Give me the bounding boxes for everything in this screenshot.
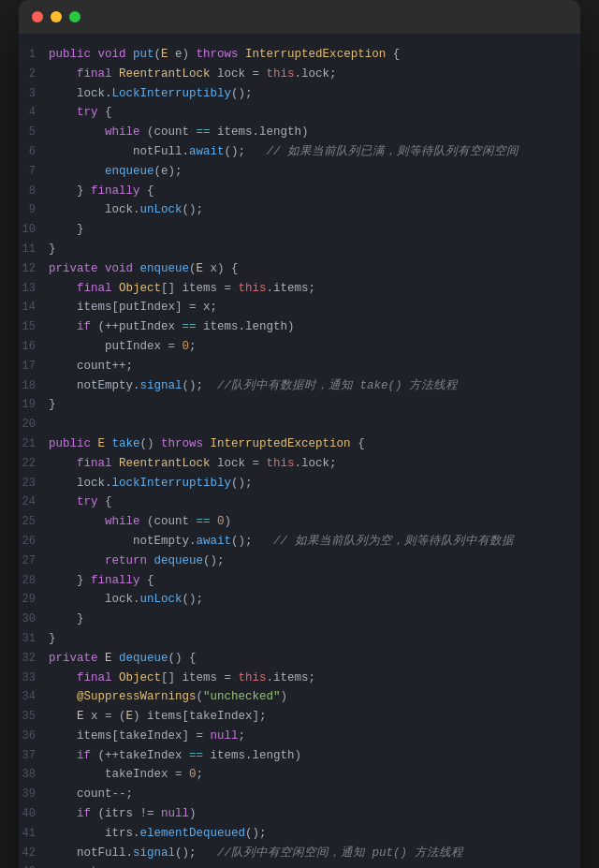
code-content: public void put(E e) throws InterruptedE… [49,45,571,65]
token: putIndex = [49,340,183,353]
close-button[interactable] [32,11,43,22]
token: ) items[takeIndex]; [133,710,267,723]
line-number: 5 [19,124,49,142]
token: InterruptedException [211,437,351,450]
token: void [98,48,134,61]
token: } [49,574,91,587]
code-content: lock.LockInterruptibly(); [49,84,571,104]
code-line: 10 } [19,220,580,240]
code-line: 3 lock.LockInterruptibly(); [19,84,580,104]
token: //队列中有数据时，通知 take() 方法线程 [217,379,458,392]
code-content: if (++putIndex == items.length) [49,317,571,337]
token: == [197,515,211,528]
line-number: 41 [19,825,49,844]
token: e) [168,48,197,61]
token: unLock [140,203,183,216]
code-content: items[takeIndex] = null; [49,727,571,746]
token: lock. [49,477,112,490]
token [49,320,77,333]
code-line: 4 try { [19,103,580,123]
token: 0 [189,768,197,781]
line-number: 38 [19,766,49,785]
line-number: 22 [19,455,49,474]
token [49,749,77,762]
line-number: 12 [19,260,49,279]
token: 0 [183,340,190,353]
token: if [77,749,98,762]
token: finally [91,184,140,198]
token: (e); [154,165,183,178]
line-number: 21 [19,435,49,454]
code-content: lock.lockInterruptibly(); [49,474,571,493]
token: { [105,106,112,119]
code-content: final ReentrantLock lock = this.lock; [49,454,571,474]
token: x = ( [84,710,126,723]
line-number: 36 [19,728,49,746]
token: { [105,495,112,508]
token: (); [183,203,204,216]
token: take [112,437,140,450]
token: count--; [49,787,133,801]
token: } [49,243,56,256]
token: E [98,437,106,450]
code-line: 36 items[takeIndex] = null; [19,727,580,746]
token: ( [189,262,197,275]
token: enqueue [140,262,190,275]
token: [] items = [161,671,239,684]
token: { [351,437,365,450]
titlebar [19,0,580,34]
token: items[putIndex] = x; [49,301,217,314]
token: LockInterruptibly [112,87,232,100]
token: ) [281,690,288,703]
token: await [189,145,225,158]
token: unLock [140,593,183,606]
line-number: 4 [19,104,49,123]
token: final [77,67,119,81]
line-number: 17 [19,358,49,376]
token: await [197,535,232,548]
token [49,690,77,703]
code-content: return dequeue(); [49,552,571,571]
maximize-button[interactable] [69,11,80,22]
code-content: if (++takeIndex == items.length) [49,746,571,766]
token: notFull. [49,145,189,158]
code-line: 34 @SuppressWarnings("unchecked") [19,687,580,707]
token: () [140,437,162,450]
line-number: 6 [19,143,49,162]
code-line: 15 if (++putIndex == items.length) [19,317,580,337]
code-content: if (itrs != null) [49,804,571,824]
code-line: 42 notFull.signal(); //队列中有空闲空间，通知 put()… [19,844,580,863]
token: while [105,515,147,528]
token: items[takeIndex] = [49,729,211,743]
token: (); [183,379,218,392]
code-content: notFull.signal(); //队列中有空闲空间，通知 put() 方法… [49,844,571,863]
minimize-button[interactable] [51,11,62,22]
code-content: public E take() throws InterruptedExcept… [49,434,571,454]
token: (); [231,87,253,100]
code-line: 1public void put(E e) throws Interrupted… [19,45,580,65]
code-line: 31} [19,629,580,649]
code-line: 21public E take() throws InterruptedExce… [19,434,580,454]
token: final [77,457,119,470]
code-content: takeIndex = 0; [49,765,571,785]
token: ReentrantLock [119,67,211,81]
code-line: 16 putIndex = 0; [19,337,580,357]
line-number: 30 [19,611,49,629]
token: lockInterruptibly [112,477,232,490]
line-number: 27 [19,552,49,571]
token: } [49,223,84,236]
token: lock. [49,87,112,100]
token: this [239,282,267,295]
code-line: 2 final ReentrantLock lock = this.lock; [19,65,580,84]
token: final [77,671,119,684]
token: (itrs != [98,807,162,820]
code-content: while (count == items.length) [49,123,571,142]
token: return [105,554,154,567]
code-line: 27 return dequeue(); [19,552,580,571]
code-content: final ReentrantLock lock = this.lock; [49,65,571,84]
token: E [77,710,84,723]
token: } [49,184,91,198]
token [49,671,77,684]
code-line: 13 final Object[] items = this.items; [19,279,580,299]
code-line: 18 notEmpty.signal(); //队列中有数据时，通知 take(… [19,376,580,396]
